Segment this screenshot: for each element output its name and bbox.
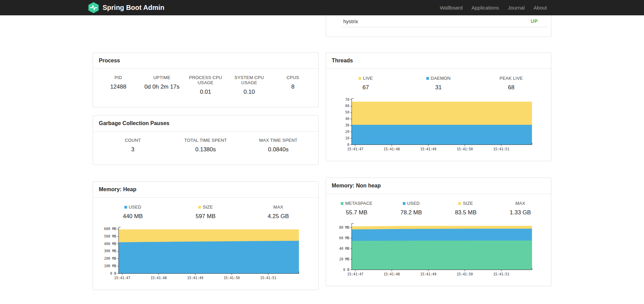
svg-text:15:41:48: 15:41:48 [384, 272, 400, 276]
threads-card: Threads LIVE 67 DAEMON 31 [326, 52, 552, 161]
brand-title: Spring Boot Admin [103, 4, 164, 12]
svg-text:400 MB: 400 MB [104, 242, 117, 246]
heap-chart: 0 B100 MB200 MB300 MB400 MB500 MB600 MB1… [93, 220, 318, 290]
threads-metrics: LIVE 67 DAEMON 31 PEAK LIVE 68 [326, 69, 551, 91]
heap-chart-svg: 0 B100 MB200 MB300 MB400 MB500 MB600 MB1… [98, 224, 303, 283]
application-status-card: hystrix UP [326, 15, 552, 37]
main-content: Process PID 12488 UPTIME 0d 0h 2m 17s PR… [93, 15, 551, 290]
svg-text:500 MB: 500 MB [104, 234, 117, 238]
nav-item-applications[interactable]: Applications [467, 5, 504, 11]
metric-threads-peak-live: PEAK LIVE 68 [475, 76, 548, 91]
svg-text:300 MB: 300 MB [104, 249, 117, 253]
nonheap-card-title: Memory: Non heap [326, 178, 551, 194]
nav-item-wallboard[interactable]: Wallboard [435, 5, 467, 11]
left-column: Process PID 12488 UPTIME 0d 0h 2m 17s PR… [93, 15, 319, 290]
svg-text:70: 70 [345, 98, 349, 102]
metric-cpus: CPUS 8 [271, 75, 315, 95]
metric-heap-used: USED 440 MB [96, 204, 169, 220]
svg-text:15:41:49: 15:41:49 [420, 147, 436, 151]
svg-text:15:41:47: 15:41:47 [347, 272, 363, 276]
svg-text:15:41:49: 15:41:49 [420, 272, 436, 276]
svg-text:20 MB: 20 MB [339, 257, 349, 261]
navbar-inner: Spring Boot Admin Wallboard Applications… [93, 0, 551, 15]
process-card: Process PID 12488 UPTIME 0d 0h 2m 17s PR… [93, 52, 319, 107]
heap-used-swatch [124, 206, 127, 209]
svg-text:15:41:50: 15:41:50 [224, 276, 240, 280]
threads-card-title: Threads [326, 53, 551, 69]
application-status-badge: UP [531, 18, 547, 24]
svg-text:15:41:50: 15:41:50 [457, 272, 473, 276]
metric-threads-daemon: DAEMON 31 [402, 76, 475, 91]
metric-gc-total-time: TOTAL TIME SPENT 0.1380s [169, 138, 242, 153]
svg-text:15:41:48: 15:41:48 [384, 147, 400, 151]
memory-heap-card: Memory: Heap USED 440 MB SIZE 597 MB [93, 181, 319, 290]
nonheap-used-swatch [403, 202, 405, 205]
metric-heap-size: SIZE 597 MB [169, 204, 242, 220]
svg-text:15:41:50: 15:41:50 [457, 147, 473, 151]
metric-gc-count: COUNT 3 [96, 138, 169, 153]
right-column: hystrix UP Threads LIVE 67 DAEMON [326, 15, 552, 286]
nav-item-journal[interactable]: Journal [504, 5, 529, 11]
svg-text:0 B: 0 B [343, 268, 349, 272]
svg-text:0 B: 0 B [110, 272, 116, 275]
nonheap-metrics: METASPACE 55.7 MB USED 78.2 MB SIZE [326, 194, 551, 216]
svg-text:30: 30 [345, 123, 349, 127]
threads-chart: 01020304050607015:41:4715:41:4815:41:491… [326, 91, 551, 161]
nonheap-chart: 0 B20 MB40 MB60 MB80 MB15:41:4715:41:481… [326, 216, 551, 286]
svg-text:40: 40 [345, 117, 349, 121]
svg-text:15:41:51: 15:41:51 [493, 147, 509, 151]
gc-pauses-card: Garbage Collection Pauses COUNT 3 TOTAL … [93, 115, 319, 165]
svg-text:15:41:47: 15:41:47 [347, 147, 363, 151]
metric-threads-live: LIVE 67 [329, 76, 402, 91]
brand-logo-icon [88, 2, 99, 13]
metric-process-cpu-usage: PROCESS CPU USAGE 0.01 [184, 75, 227, 95]
metric-uptime: UPTIME 0d 0h 2m 17s [140, 75, 184, 95]
svg-text:200 MB: 200 MB [104, 257, 117, 260]
nonheap-size-swatch [458, 202, 461, 205]
metric-pid: PID 12488 [96, 75, 140, 95]
nav-links: Wallboard Applications Journal About [435, 5, 551, 11]
gc-metrics: COUNT 3 TOTAL TIME SPENT 0.1380s MAX TIM… [93, 132, 318, 165]
metric-nonheap-metaspace: METASPACE 55.7 MB [329, 201, 384, 216]
nonheap-metaspace-swatch [341, 202, 343, 205]
threads-daemon-swatch [426, 77, 429, 80]
memory-nonheap-card: Memory: Non heap METASPACE 55.7 MB USED … [326, 178, 552, 286]
svg-text:15:41:51: 15:41:51 [493, 272, 509, 276]
svg-text:15:41:47: 15:41:47 [114, 276, 130, 280]
metric-nonheap-size: SIZE 83.5 MB [439, 201, 493, 216]
svg-text:100 MB: 100 MB [104, 264, 117, 268]
svg-text:10: 10 [345, 136, 349, 140]
metric-gc-max-time: MAX TIME SPENT 0.0840s [242, 138, 315, 153]
threads-chart-svg: 01020304050607015:41:4715:41:4815:41:491… [332, 95, 536, 154]
svg-text:15:41:48: 15:41:48 [151, 276, 167, 280]
metric-heap-max: MAX 4.25 GB [242, 204, 315, 220]
threads-live-swatch [358, 77, 361, 80]
svg-text:60: 60 [345, 104, 349, 108]
heap-metrics: USED 440 MB SIZE 597 MB MAX 4.25 GB [93, 198, 318, 220]
application-row-hystrix[interactable]: hystrix UP [341, 15, 548, 27]
application-name: hystrix [341, 18, 358, 24]
svg-text:0: 0 [347, 143, 349, 147]
svg-text:20: 20 [345, 130, 349, 134]
gc-card-title: Garbage Collection Pauses [93, 116, 318, 132]
metric-system-cpu-usage: SYSTEM CPU USAGE 0.10 [227, 75, 271, 95]
svg-text:15:41:49: 15:41:49 [187, 276, 203, 280]
nonheap-chart-svg: 0 B20 MB40 MB60 MB80 MB15:41:4715:41:481… [332, 220, 536, 279]
metric-nonheap-max: MAX 1.33 GB [493, 201, 548, 216]
svg-text:15:41:51: 15:41:51 [260, 276, 276, 280]
metric-nonheap-used: USED 78.2 MB [384, 201, 439, 216]
process-metrics: PID 12488 UPTIME 0d 0h 2m 17s PROCESS CP… [93, 69, 318, 107]
svg-text:40 MB: 40 MB [339, 247, 349, 250]
brand-link[interactable]: Spring Boot Admin [88, 2, 164, 13]
svg-text:50: 50 [345, 110, 349, 114]
nav-item-about[interactable]: About [529, 5, 551, 11]
svg-text:80 MB: 80 MB [339, 226, 349, 229]
svg-text:60 MB: 60 MB [339, 236, 349, 240]
navbar: Spring Boot Admin Wallboard Applications… [0, 0, 644, 15]
process-card-title: Process [93, 53, 318, 69]
svg-text:600 MB: 600 MB [104, 227, 117, 231]
heap-card-title: Memory: Heap [93, 182, 318, 198]
heap-size-swatch [198, 206, 201, 209]
